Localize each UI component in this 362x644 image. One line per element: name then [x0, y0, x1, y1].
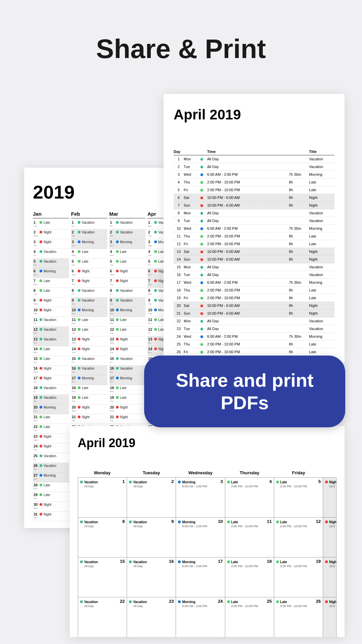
year-day-row: 20SunMorning	[33, 405, 69, 414]
day-number: 16Sat	[110, 367, 115, 374]
year-day-row: 19TueLate	[71, 395, 107, 405]
grid-shift-title: Late	[280, 600, 307, 604]
list-row: 5Fri2:00 PM - 10:00 PM8hLate	[174, 186, 335, 194]
shift-label: Late	[82, 318, 107, 322]
shift-dot-icon	[116, 406, 119, 409]
day-number: 12Fri	[148, 328, 153, 335]
shift-dot-icon	[200, 158, 203, 161]
shift-dot-icon	[227, 560, 230, 563]
list-row: 7Sun10:00 PM - 6:00 AM8hNight	[174, 202, 335, 209]
grid-entry: VacationAll Day	[129, 560, 174, 568]
cell-day: 15	[174, 265, 184, 269]
shift-dot-icon	[40, 493, 42, 496]
shift-dot-icon	[154, 309, 157, 311]
shift-label: Late	[44, 279, 68, 283]
grid-shift-title: Vacation	[84, 600, 98, 604]
day-number: 8Fri	[72, 289, 76, 296]
day-number: 22Tue	[34, 425, 38, 432]
grid-shift-time: All Day	[133, 604, 147, 608]
grid-date: 11	[267, 519, 272, 524]
cell-duration: 8h	[289, 180, 309, 184]
shift-dot-icon	[200, 305, 203, 307]
grid-date: 17	[218, 559, 223, 564]
shift-label: Night	[120, 337, 145, 341]
month-grid-title: April 2019	[78, 436, 337, 450]
shift-dot-icon	[200, 235, 203, 238]
year-day-row: 21ThuNight	[109, 414, 145, 424]
list-row: 21Sun10:00 PM - 6:00 AM8hNight	[174, 310, 335, 317]
cell-dow: Wed	[184, 226, 200, 230]
cell-day: 26	[174, 350, 184, 354]
day-number: 6Wed	[72, 269, 76, 277]
year-day-row: 3ThuNight	[33, 239, 69, 249]
shift-dot-icon	[40, 406, 42, 409]
shift-dot-icon	[116, 270, 119, 272]
cell-dow: Wed	[184, 172, 200, 176]
list-row: 23TueAll DayVacation	[174, 325, 335, 333]
grid-day-cell: 11Late2:00 PM - 10:00 PM	[225, 518, 274, 557]
shift-dot-icon	[178, 560, 181, 563]
cell-duration: 8h	[289, 234, 309, 238]
grid-shift-time: 2:00 PM - 10:00 PM	[231, 604, 258, 608]
cell-day: 22	[174, 319, 184, 323]
day-number: 7Sun	[148, 279, 153, 286]
shift-dot-icon	[40, 289, 42, 292]
shift-label: Night	[120, 269, 145, 273]
shift-label: Vacation	[44, 464, 68, 468]
day-number: 10Thu	[34, 308, 38, 316]
grid-entry: Late2:00 PM - 10:00 PM	[227, 480, 272, 488]
grid-shift-time: 2:00 PM - 10:00 PM	[280, 484, 307, 488]
grid-shift-title: Late	[280, 520, 307, 524]
weekday-label: Tuesday	[127, 470, 176, 477]
shift-label: Vacation	[82, 357, 107, 361]
year-day-row: 5TueLate	[71, 259, 107, 268]
shift-dot-icon	[40, 454, 42, 457]
grid-shift-title: Vacation	[84, 520, 98, 524]
shift-label: Late	[82, 250, 107, 254]
shift-dot-icon	[78, 231, 80, 233]
cell-title: Late	[309, 288, 335, 292]
shift-label: Vacation	[82, 289, 107, 292]
cell-time: 10:00 PM - 6:00 AM	[207, 250, 289, 254]
cell-day: 8	[174, 211, 184, 215]
day-number: 2Tue	[148, 230, 153, 238]
shift-dot-icon	[78, 250, 80, 253]
day-number: 27Sun	[34, 474, 38, 481]
grid-day-cell: Nigh10:0	[323, 597, 337, 637]
day-number: 1Tue	[34, 221, 38, 228]
day-number: 14Thu	[110, 347, 115, 355]
cell-day: 23	[174, 327, 184, 331]
grid-shift-time: 10:0	[329, 484, 337, 488]
shift-dot-icon	[40, 318, 42, 321]
grid-shift-title: Late	[280, 560, 307, 564]
cell-time: 2:00 PM - 10:00 PM	[207, 342, 289, 346]
cell-time: 2:00 PM - 10:00 PM	[207, 180, 289, 184]
shift-dot-icon	[116, 338, 119, 340]
list-row: 24Wed6:00 AM - 2:00 PM7h 30mMorning	[174, 333, 335, 340]
grid-shift-title: Late	[231, 560, 258, 564]
day-number: 14Thu	[72, 347, 76, 355]
cell-title: Vacation	[309, 265, 335, 269]
grid-shift-time: All Day	[84, 564, 98, 568]
shift-dot-icon	[40, 367, 42, 370]
shift-dot-icon	[200, 197, 203, 199]
shift-dot-icon	[78, 289, 80, 292]
grid-entry: Nigh10:0	[325, 520, 334, 528]
day-number: 14Sun	[148, 347, 153, 355]
shift-dot-icon	[116, 221, 119, 224]
weekday-label: Wednesday	[176, 470, 225, 477]
feature-badge: Share and print PDFs	[144, 356, 345, 427]
cell-title: Night	[309, 203, 335, 207]
year-day-row: 13WedNight	[109, 336, 145, 346]
shift-dot-icon	[200, 166, 203, 168]
day-number: 19Sat	[34, 396, 38, 403]
shift-label: Late	[44, 347, 68, 351]
shift-label: Late	[82, 386, 107, 390]
month-header: Mar	[109, 211, 145, 218]
shift-dot-icon	[129, 600, 132, 603]
shift-dot-icon	[78, 328, 80, 331]
cell-day: 5	[174, 188, 184, 192]
cell-day: 10	[174, 226, 184, 230]
year-day-row: 6SunMorning	[33, 268, 69, 278]
shift-label: Late	[120, 260, 145, 263]
